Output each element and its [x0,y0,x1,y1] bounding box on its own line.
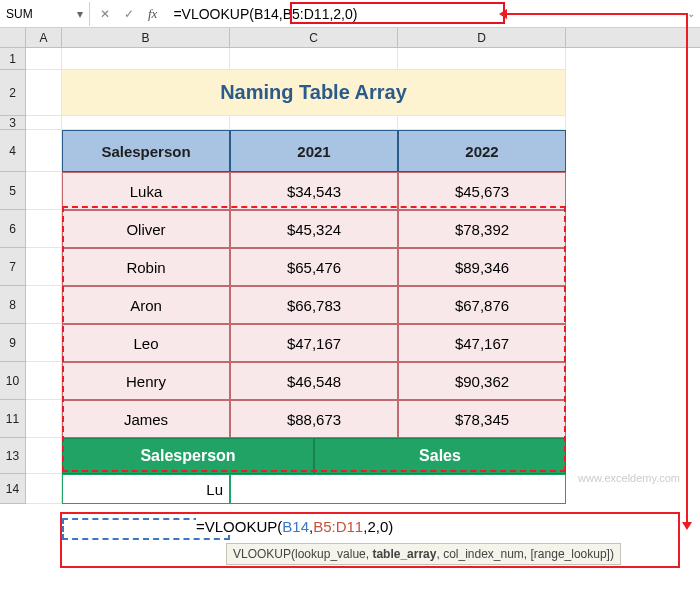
row-header[interactable]: 6 [0,210,26,248]
cell-name[interactable]: Oliver [62,210,230,248]
col-header-C[interactable]: C [230,28,398,47]
formula-text: =VLOOKUP(B14,B5:D11,2,0) [173,6,357,22]
row-header[interactable]: 2 [0,70,26,116]
table-row: Oliver $45,324 $78,392 [26,210,566,248]
cell-2021[interactable]: $45,324 [230,210,398,248]
lookup-header-sales[interactable]: Sales [314,438,566,474]
table-header-salesperson[interactable]: Salesperson [62,130,230,172]
cell-2021[interactable]: $34,543 [230,172,398,210]
row-header[interactable]: 5 [0,172,26,210]
page-title: Naming Table Array [62,70,566,116]
col-header-D[interactable]: D [398,28,566,47]
name-box-text: SUM [6,7,33,21]
row-header[interactable]: 1 [0,48,26,70]
column-headers: A B C D [0,28,700,48]
watermark: www.exceldemy.com [578,472,680,484]
cell-2021[interactable]: $46,548 [230,362,398,400]
row-headers: 1 2 3 4 5 6 7 8 9 10 11 13 14 [0,48,26,504]
row-header[interactable]: 3 [0,116,26,130]
lookup-typed-text: Lu [206,481,223,498]
cell-2021[interactable]: $65,476 [230,248,398,286]
table-row: Luka $34,543 $45,673 [26,172,566,210]
col-header-A[interactable]: A [26,28,62,47]
cell-2022[interactable]: $90,362 [398,362,566,400]
formula-bar-icons: ✕ ✓ fx [90,6,167,22]
cell-2021[interactable]: $88,673 [230,400,398,438]
lookup-value-cell[interactable]: Lu [62,474,230,504]
cell-2022[interactable]: $78,345 [398,400,566,438]
table-header-2021[interactable]: 2021 [230,130,398,172]
table-row: Henry $46,548 $90,362 [26,362,566,400]
cell-name[interactable]: Leo [62,324,230,362]
cells-area: Naming Table Array Salesperson 2021 2022… [26,48,566,504]
select-all-triangle[interactable] [0,28,26,47]
row-header[interactable]: 4 [0,130,26,172]
col-header-B[interactable]: B [62,28,230,47]
cell-2022[interactable]: $67,876 [398,286,566,324]
chevron-down-icon[interactable]: ▾ [74,8,86,20]
cell-name[interactable]: Henry [62,362,230,400]
cell-2022[interactable]: $45,673 [398,172,566,210]
row-header[interactable]: 11 [0,400,26,438]
formula-tooltip: VLOOKUP(lookup_value, table_array, col_i… [226,543,621,565]
fx-icon[interactable]: fx [148,6,157,22]
in-cell-formula: =VLOOKUP(B14,B5:D11,2,0) [196,518,393,535]
name-box[interactable]: SUM ▾ [0,2,90,26]
cell-name[interactable]: Robin [62,248,230,286]
cell-2021[interactable]: $66,783 [230,286,398,324]
table-row: Leo $47,167 $47,167 [26,324,566,362]
row-header[interactable]: 9 [0,324,26,362]
cell-2022[interactable]: $47,167 [398,324,566,362]
annotation-arrow-icon [499,9,507,19]
row-header[interactable]: 10 [0,362,26,400]
row-header[interactable]: 8 [0,286,26,324]
cell-name[interactable]: Luka [62,172,230,210]
cancel-icon[interactable]: ✕ [100,7,110,21]
table-row: James $88,673 $78,345 [26,400,566,438]
table-row: Aron $66,783 $67,876 [26,286,566,324]
row-header[interactable]: 7 [0,248,26,286]
cell-name[interactable]: Aron [62,286,230,324]
cell-name[interactable]: James [62,400,230,438]
cell-2021[interactable]: $47,167 [230,324,398,362]
table-row: Robin $65,476 $89,346 [26,248,566,286]
table-header-2022[interactable]: 2022 [398,130,566,172]
annotation-arrow-icon [682,522,692,530]
annotation-connector [506,13,688,15]
row-header[interactable]: 13 [0,438,26,474]
row-header[interactable]: 14 [0,474,26,504]
cell-2022[interactable]: $89,346 [398,248,566,286]
lookup-header-salesperson[interactable]: Salesperson [62,438,314,474]
lookup-result-cell[interactable] [230,474,566,504]
cell-2022[interactable]: $78,392 [398,210,566,248]
confirm-icon[interactable]: ✓ [124,7,134,21]
